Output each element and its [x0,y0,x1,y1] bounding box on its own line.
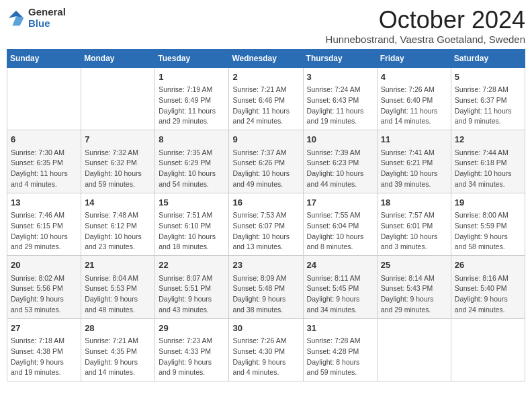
logo-text-general: General [28,7,66,18]
calendar-cell: 7Sunrise: 7:32 AM Sunset: 6:32 PM Daylig… [81,130,155,193]
day-content: Sunrise: 7:37 AM Sunset: 6:26 PM Dayligh… [232,148,299,190]
calendar-cell: 18Sunrise: 7:57 AM Sunset: 6:01 PM Dayli… [377,193,451,256]
calendar-cell: 2Sunrise: 7:21 AM Sunset: 6:46 PM Daylig… [229,67,303,130]
day-number: 3 [307,71,373,84]
day-content: Sunrise: 7:21 AM Sunset: 6:46 PM Dayligh… [232,85,299,127]
calendar-cell [451,318,525,381]
day-number: 20 [11,259,77,272]
calendar-cell: 28Sunrise: 7:21 AM Sunset: 4:35 PM Dayli… [81,318,155,381]
calendar-week-row: 6Sunrise: 7:30 AM Sunset: 6:35 PM Daylig… [7,130,525,193]
day-content: Sunrise: 7:51 AM Sunset: 6:10 PM Dayligh… [159,210,225,253]
day-number: 1 [159,71,225,84]
day-number: 26 [455,259,521,272]
day-number: 10 [307,133,373,146]
calendar-cell: 5Sunrise: 7:28 AM Sunset: 6:37 PM Daylig… [451,67,525,130]
calendar-cell: 20Sunrise: 8:02 AM Sunset: 5:56 PM Dayli… [7,256,81,319]
calendar-cell: 21Sunrise: 8:04 AM Sunset: 5:53 PM Dayli… [81,256,155,319]
logo: General Blue [7,7,66,29]
day-content: Sunrise: 7:30 AM Sunset: 6:35 PM Dayligh… [11,148,77,190]
day-content: Sunrise: 7:44 AM Sunset: 6:18 PM Dayligh… [455,148,521,190]
calendar-cell: 27Sunrise: 7:18 AM Sunset: 4:38 PM Dayli… [7,318,81,381]
day-number: 13 [11,196,77,210]
day-number: 11 [381,133,447,146]
calendar-cell [377,318,451,381]
calendar-cell: 30Sunrise: 7:26 AM Sunset: 4:30 PM Dayli… [229,318,303,381]
day-content: Sunrise: 7:53 AM Sunset: 6:07 PM Dayligh… [232,210,299,253]
calendar-cell: 4Sunrise: 7:26 AM Sunset: 6:40 PM Daylig… [377,67,451,130]
calendar-cell: 6Sunrise: 7:30 AM Sunset: 6:35 PM Daylig… [7,130,81,193]
day-content: Sunrise: 8:00 AM Sunset: 5:59 PM Dayligh… [455,210,521,253]
calendar-cell: 13Sunrise: 7:46 AM Sunset: 6:15 PM Dayli… [7,193,81,256]
calendar-cell: 14Sunrise: 7:48 AM Sunset: 6:12 PM Dayli… [81,193,155,256]
day-number: 14 [85,196,151,210]
weekday-header-monday: Monday [81,49,155,67]
day-number: 6 [11,133,77,146]
day-number: 8 [159,133,225,146]
day-content: Sunrise: 8:02 AM Sunset: 5:56 PM Dayligh… [11,273,77,316]
day-content: Sunrise: 7:18 AM Sunset: 4:38 PM Dayligh… [11,336,77,378]
calendar-cell: 3Sunrise: 7:24 AM Sunset: 6:43 PM Daylig… [303,67,377,130]
day-content: Sunrise: 8:09 AM Sunset: 5:48 PM Dayligh… [232,273,299,316]
day-number: 17 [307,196,373,210]
weekday-header-row: SundayMondayTuesdayWednesdayThursdayFrid… [7,49,525,67]
day-content: Sunrise: 7:28 AM Sunset: 4:28 PM Dayligh… [307,336,373,378]
day-number: 2 [232,71,299,84]
calendar-cell: 29Sunrise: 7:23 AM Sunset: 4:33 PM Dayli… [155,318,229,381]
day-content: Sunrise: 7:39 AM Sunset: 6:23 PM Dayligh… [307,148,373,190]
calendar-cell: 11Sunrise: 7:41 AM Sunset: 6:21 PM Dayli… [377,130,451,193]
calendar-cell: 24Sunrise: 8:11 AM Sunset: 5:45 PM Dayli… [303,256,377,319]
day-number: 30 [232,322,299,335]
day-content: Sunrise: 7:26 AM Sunset: 6:40 PM Dayligh… [381,85,447,127]
day-content: Sunrise: 7:23 AM Sunset: 4:33 PM Dayligh… [159,336,225,378]
day-number: 23 [232,259,299,272]
calendar-cell: 26Sunrise: 8:16 AM Sunset: 5:40 PM Dayli… [451,256,525,319]
day-content: Sunrise: 7:19 AM Sunset: 6:49 PM Dayligh… [159,85,225,127]
day-number: 5 [455,71,521,84]
day-content: Sunrise: 8:11 AM Sunset: 5:45 PM Dayligh… [307,273,373,316]
location-title: Hunnebostrand, Vaestra Goetaland, Sweden [326,34,525,45]
calendar-cell: 10Sunrise: 7:39 AM Sunset: 6:23 PM Dayli… [303,130,377,193]
calendar-cell: 31Sunrise: 7:28 AM Sunset: 4:28 PM Dayli… [303,318,377,381]
calendar-cell [81,67,155,130]
day-number: 22 [159,259,225,272]
page-header: General Blue October 2024 Hunnebostrand,… [7,7,525,45]
day-content: Sunrise: 7:35 AM Sunset: 6:29 PM Dayligh… [159,148,225,190]
day-number: 18 [381,196,447,210]
day-number: 21 [85,259,151,272]
day-content: Sunrise: 8:04 AM Sunset: 5:53 PM Dayligh… [85,273,151,316]
month-title: October 2024 [326,7,525,34]
weekday-header-saturday: Saturday [451,49,525,67]
day-number: 12 [455,133,521,146]
day-number: 19 [455,196,521,210]
calendar-week-row: 27Sunrise: 7:18 AM Sunset: 4:38 PM Dayli… [7,318,525,381]
weekday-header-thursday: Thursday [303,49,377,67]
day-content: Sunrise: 7:41 AM Sunset: 6:21 PM Dayligh… [381,148,447,190]
day-content: Sunrise: 7:46 AM Sunset: 6:15 PM Dayligh… [11,210,77,253]
calendar-cell: 1Sunrise: 7:19 AM Sunset: 6:49 PM Daylig… [155,67,229,130]
day-number: 24 [307,259,373,272]
day-number: 25 [381,259,447,272]
day-content: Sunrise: 8:16 AM Sunset: 5:40 PM Dayligh… [455,273,521,316]
day-content: Sunrise: 7:24 AM Sunset: 6:43 PM Dayligh… [307,85,373,127]
weekday-header-tuesday: Tuesday [155,49,229,67]
calendar-cell: 19Sunrise: 8:00 AM Sunset: 5:59 PM Dayli… [451,193,525,256]
day-content: Sunrise: 7:48 AM Sunset: 6:12 PM Dayligh… [85,210,151,253]
day-number: 16 [232,196,299,210]
day-content: Sunrise: 7:32 AM Sunset: 6:32 PM Dayligh… [85,148,151,190]
calendar-cell: 15Sunrise: 7:51 AM Sunset: 6:10 PM Dayli… [155,193,229,256]
day-content: Sunrise: 8:14 AM Sunset: 5:43 PM Dayligh… [381,273,447,316]
logo-text-blue: Blue [28,18,66,30]
calendar-cell: 16Sunrise: 7:53 AM Sunset: 6:07 PM Dayli… [229,193,303,256]
calendar-cell: 23Sunrise: 8:09 AM Sunset: 5:48 PM Dayli… [229,256,303,319]
day-content: Sunrise: 7:21 AM Sunset: 4:35 PM Dayligh… [85,336,151,378]
logo-icon [7,9,26,28]
day-number: 7 [85,133,151,146]
calendar-week-row: 13Sunrise: 7:46 AM Sunset: 6:15 PM Dayli… [7,193,525,256]
calendar-cell: 25Sunrise: 8:14 AM Sunset: 5:43 PM Dayli… [377,256,451,319]
calendar-cell: 12Sunrise: 7:44 AM Sunset: 6:18 PM Dayli… [451,130,525,193]
title-area: October 2024 Hunnebostrand, Vaestra Goet… [326,7,525,45]
day-content: Sunrise: 7:55 AM Sunset: 6:04 PM Dayligh… [307,210,373,253]
calendar-cell: 8Sunrise: 7:35 AM Sunset: 6:29 PM Daylig… [155,130,229,193]
calendar-week-row: 20Sunrise: 8:02 AM Sunset: 5:56 PM Dayli… [7,256,525,319]
day-number: 29 [159,322,225,335]
